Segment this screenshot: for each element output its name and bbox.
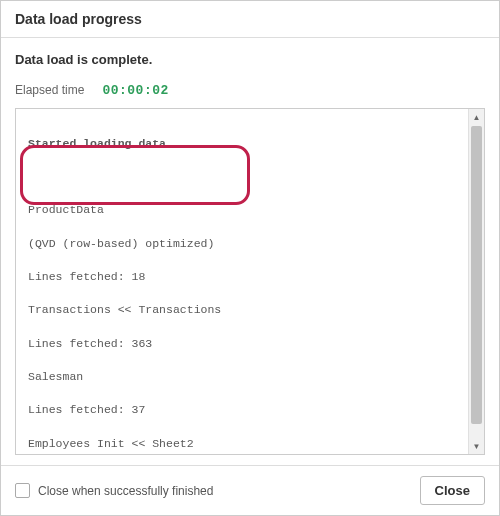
status-text: Data load is complete. [15,52,485,67]
status-area: Data load is complete. [1,38,499,73]
dialog-title: Data load progress [15,11,485,27]
scrollbar[interactable]: ▲ ▼ [468,109,484,454]
dialog-footer: Close when successfully finished Close [1,465,499,515]
scroll-down-icon[interactable]: ▼ [469,438,484,454]
dialog: Data load progress Data load is complete… [0,0,500,516]
log-line: Lines fetched: 18 [28,269,458,286]
checkbox-icon[interactable] [15,483,30,498]
close-when-finished-checkbox[interactable]: Close when successfully finished [15,483,213,498]
log-line: Lines fetched: 363 [28,336,458,353]
elapsed-row: Elapsed time 00:00:02 [1,73,499,108]
log-content[interactable]: Started loading data ProductData (QVD (r… [16,109,468,454]
dialog-header: Data load progress [1,1,499,38]
log-box: Started loading data ProductData (QVD (r… [15,108,485,455]
log-line: Employees Init << Sheet2 [28,436,458,453]
elapsed-label: Elapsed time [15,83,84,97]
scroll-up-icon[interactable]: ▲ [469,109,484,125]
log-line: ProductData [28,202,458,219]
elapsed-value: 00:00:02 [102,83,168,98]
log-line [28,169,458,186]
log-section-started: Started loading data [28,136,458,153]
log-line: Salesman [28,369,458,386]
log-line: (QVD (row-based) optimized) [28,236,458,253]
log-line: Transactions << Transactions [28,302,458,319]
scrollbar-thumb[interactable] [471,126,482,424]
close-button[interactable]: Close [420,476,485,505]
checkbox-label: Close when successfully finished [38,484,213,498]
log-line: Lines fetched: 37 [28,402,458,419]
log-wrap: Started loading data ProductData (QVD (r… [1,108,499,465]
